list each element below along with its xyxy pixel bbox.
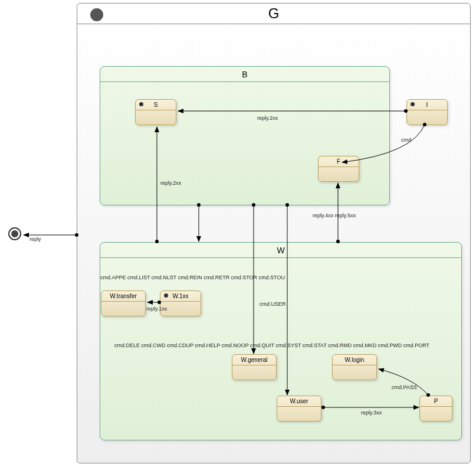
state-w-user-label: W.user [290,398,308,404]
edge-label: reply.1xx [146,306,167,312]
state-w-user-header: W.user [277,396,321,407]
initial-dot-icon [164,293,168,298]
state-i-header: I [407,100,447,110]
state-w-transfer-label: W.transfer [110,293,137,299]
edge-label: cmd [401,137,411,143]
edge-label: reply.4xx reply.5xx [313,213,356,218]
state-i-label: I [426,102,428,108]
state-w-1xx-header: W.1xx [160,291,201,302]
state-s-label: S [154,102,158,108]
final-state [8,227,21,240]
composite-b: B [100,66,390,205]
edge-label: cmd.DELE cmd.CWD cmd.CDUP cmd.HELP cmd.N… [114,342,429,348]
edge-label: cmd.PASS [392,384,417,390]
state-s-header: S [136,100,176,110]
edge-label: reply.3xx [361,410,382,416]
state-f-label: F [337,158,340,165]
edge-label: reply.2xx [257,115,278,121]
state-f: F [318,156,359,182]
state-w-general-header: W.general [232,355,276,365]
state-p-label: P [434,398,438,404]
edge-label: reply.2xx [160,180,181,186]
composite-b-header: B [100,67,389,82]
state-w-login-label: W.login [345,357,365,363]
state-i: I [406,99,448,125]
state-s: S [135,99,176,125]
state-w-1xx: W.1xx [160,290,201,316]
edge-label: cmd.APPE cmd.LIST cmd.NLST cmd.REIN cmd.… [100,275,285,280]
state-w-login-header: W.login [333,355,376,365]
state-w-general-label: W.general [241,357,267,363]
region-g-header: G [77,4,470,24]
state-w-transfer-header: W.transfer [101,291,145,302]
initial-dot-icon [411,102,415,106]
initial-dot-icon [139,102,143,106]
composite-w-header: W [100,243,461,258]
composite-w-label: W [277,246,284,255]
state-p-header: P [420,396,452,407]
state-w-general: W.general [232,354,277,380]
state-w-user: W.user [277,396,321,422]
state-p: P [419,396,452,422]
state-w-1xx-label: W.1xx [172,293,188,299]
edge-label: reply [29,236,41,242]
region-g: G B W S I [77,3,471,463]
state-w-transfer: W.transfer [101,290,146,316]
initial-state-icon [90,8,103,21]
state-w-login: W.login [332,354,377,380]
edge-label: cmd.USER [260,301,286,307]
state-f-header: F [319,156,359,167]
statechart-diagram: G B W S I [0,0,476,467]
region-g-title: G [268,5,280,22]
composite-b-label: B [242,70,247,79]
